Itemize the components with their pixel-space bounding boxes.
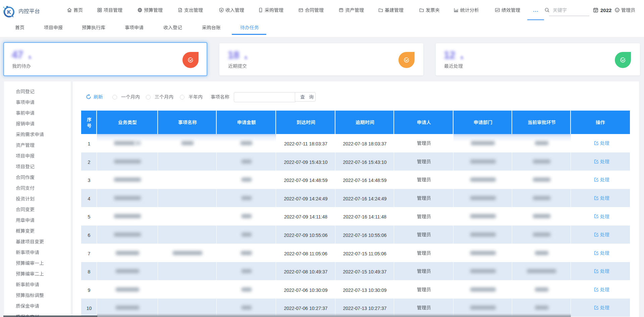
svg-text:K: K (7, 9, 11, 15)
